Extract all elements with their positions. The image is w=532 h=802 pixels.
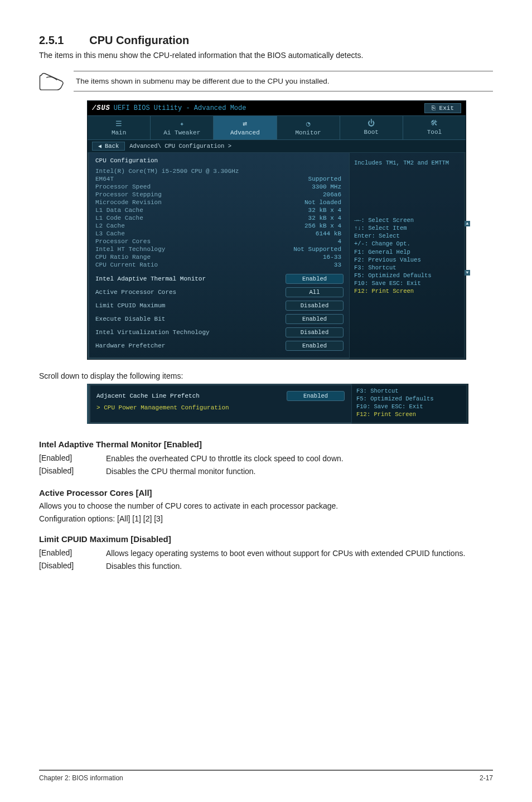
footer-chapter: Chapter 2: BIOS information: [39, 774, 123, 782]
option-intel-vt[interactable]: Intel Virtualization TechnologyDisabled: [95, 326, 344, 339]
tweak-icon: ✦: [152, 119, 212, 128]
list-icon: ☰: [89, 119, 149, 128]
keyboard-help: F3: Shortcut F5: Optimized Defaults F10:…: [356, 387, 462, 419]
option-thermal-monitor[interactable]: Intel Adaptive Thermal MonitorEnabled: [95, 272, 344, 286]
option-active-cores[interactable]: Active Processor CoresAll: [95, 286, 344, 299]
option-help-text: Includes TM1, TM2 and EMTTM: [354, 160, 460, 166]
note-text: The items shown in submenu may be differ…: [74, 71, 493, 91]
back-arrow-icon: ◀: [98, 143, 105, 149]
boot-icon: ⏻: [341, 119, 402, 128]
option-value[interactable]: All: [286, 287, 344, 297]
option-hw-prefetcher[interactable]: Hardware PrefetcherEnabled: [95, 339, 344, 352]
back-button[interactable]: ◀ Back: [92, 142, 125, 151]
exit-button[interactable]: ⎘ Exit: [424, 103, 461, 113]
section-intro: The items in this menu show the CPU-rela…: [39, 50, 493, 61]
scroll-up-button[interactable]: ▲: [465, 221, 470, 226]
section-number: 2.5.1: [39, 34, 64, 46]
tool-icon: 🛠: [404, 119, 465, 128]
note-icon: [39, 71, 64, 93]
tab-advanced[interactable]: ⇄Advanced: [213, 116, 276, 139]
exit-icon: ⎘: [432, 105, 439, 112]
tab-main[interactable]: ☰Main: [88, 116, 150, 139]
option-value[interactable]: Disabled: [286, 301, 344, 311]
option-value[interactable]: Enabled: [286, 341, 344, 351]
option-value[interactable]: Enabled: [287, 391, 345, 401]
panel-title: CPU Configuration: [95, 157, 344, 164]
option-execute-disable[interactable]: Execute Disable BitEnabled: [95, 312, 344, 326]
setting-config-options: Configuration options: [All] [1] [2] [3]: [39, 514, 493, 524]
setting-heading: Intel Adaptive Thermal Monitor [Enabled]: [39, 439, 493, 449]
bios-tabs: ☰Main ✦Ai Tweaker ⇄Advanced ◔Monitor ⏻Bo…: [88, 115, 466, 140]
advanced-icon: ⇄: [215, 119, 275, 128]
submenu-cpu-power-mgmt[interactable]: > CPU Power Management Configuration: [96, 403, 345, 413]
section-heading: 2.5.1 CPU Configuration: [39, 33, 493, 47]
page-footer: Chapter 2: BIOS information 2-17: [39, 770, 493, 782]
option-value[interactable]: Enabled: [286, 314, 344, 324]
option-limit-cpuid[interactable]: Limit CPUID MaximumDisabled: [95, 299, 344, 312]
tab-ai-tweaker[interactable]: ✦Ai Tweaker: [150, 116, 213, 139]
setting-heading: Limit CPUID Maximum [Disabled]: [39, 534, 493, 544]
bios-strip: Adjacent Cache Line Prefetch Enabled > C…: [87, 384, 468, 424]
keyboard-help: →←: Select Screen ↑↓: Select Item Enter:…: [354, 216, 460, 296]
bios-window: /SUS UEFI BIOS Utility - Advanced Mode ⎘…: [87, 100, 466, 360]
brand-logo: /SUS: [92, 104, 110, 112]
bios-title-bar: /SUS UEFI BIOS Utility - Advanced Mode: [92, 104, 246, 112]
note-callout: The items shown in submenu may be differ…: [39, 71, 493, 93]
option-value[interactable]: Disabled: [286, 327, 344, 337]
tab-tool[interactable]: 🛠Tool: [403, 116, 466, 139]
breadcrumb: Advanced\ CPU Configuration >: [129, 143, 231, 149]
scroll-down-button[interactable]: ▼: [465, 270, 470, 276]
setting-description: Allows you to choose the number of CPU c…: [39, 501, 493, 511]
tab-boot[interactable]: ⏻Boot: [340, 116, 403, 139]
option-adjacent-cache[interactable]: Adjacent Cache Line Prefetch Enabled: [96, 389, 345, 403]
setting-heading: Active Processor Cores [All]: [39, 488, 493, 497]
scroll-caption: Scroll down to display the following ite…: [39, 371, 493, 381]
setting-options: [Enabled]Enables the overheated CPU to t…: [39, 452, 344, 478]
monitor-icon: ◔: [278, 119, 338, 128]
setting-options: [Enabled]Allows legacy operating systems…: [39, 547, 465, 573]
tab-monitor[interactable]: ◔Monitor: [277, 116, 340, 139]
bios-mode-label: UEFI BIOS Utility - Advanced Mode: [114, 104, 246, 112]
section-title: CPU Configuration: [89, 34, 189, 46]
option-value[interactable]: Enabled: [286, 274, 344, 284]
cpu-model: Intel(R) Core(TM) i5-2500 CPU @ 3.30GHz: [95, 168, 239, 175]
footer-page-number: 2-17: [480, 774, 493, 782]
